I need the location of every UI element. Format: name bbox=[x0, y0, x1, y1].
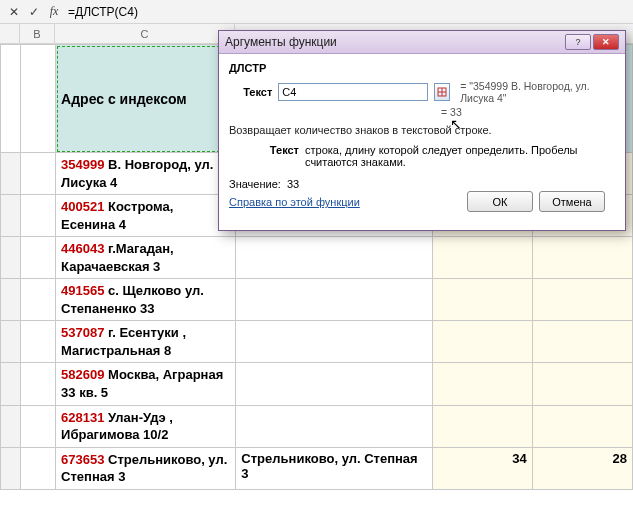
cell[interactable]: 28 bbox=[532, 447, 632, 489]
formula-bar: ✕ ✓ fx bbox=[0, 0, 633, 24]
table-row: 537087 г. Есентуки , Магистральная 8 bbox=[1, 321, 633, 363]
result-preview: = 33 bbox=[229, 106, 615, 118]
accept-icon[interactable]: ✓ bbox=[24, 5, 44, 19]
cancel-icon[interactable]: ✕ bbox=[4, 5, 24, 19]
help-link[interactable]: Справка по этой функции bbox=[229, 196, 360, 208]
header-address-with-index[interactable]: Адрес с индексом bbox=[56, 45, 236, 153]
result-value: Значение: 33 bbox=[229, 178, 615, 190]
table-row: 446043 г.Магадан, Карачаевская 3 bbox=[1, 237, 633, 279]
cell-address[interactable]: 582609 Москва, Аграрная 33 кв. 5 bbox=[56, 363, 236, 405]
close-button[interactable]: ✕ bbox=[593, 34, 619, 50]
help-button[interactable]: ? bbox=[565, 34, 591, 50]
arg-result: = "354999 В. Новгород, ул. Лисука 4" bbox=[460, 80, 615, 104]
col-header-b[interactable]: B bbox=[20, 24, 55, 43]
grid-icon bbox=[437, 87, 447, 97]
range-picker-button[interactable] bbox=[434, 83, 450, 101]
col-header-c[interactable]: C bbox=[55, 24, 235, 43]
param-description: строка, длину которой следует определить… bbox=[305, 144, 615, 168]
function-arguments-dialog: Аргументы функции ? ✕ ДЛСТР Текст = "354… bbox=[218, 30, 626, 231]
cancel-button[interactable]: Отмена bbox=[539, 191, 605, 212]
cell-address[interactable]: 446043 г.Магадан, Карачаевская 3 bbox=[56, 237, 236, 279]
function-name: ДЛСТР bbox=[229, 62, 615, 74]
table-row: 491565 с. Щелково ул. Степаненко 33 bbox=[1, 279, 633, 321]
fx-icon[interactable]: fx bbox=[44, 4, 64, 19]
cell-address[interactable]: 673653 Стрельниково, ул. Степная 3 bbox=[56, 447, 236, 489]
table-row: 582609 Москва, Аграрная 33 кв. 5 bbox=[1, 363, 633, 405]
table-row: 628131 Улан-Удэ , Ибрагимова 10/2 bbox=[1, 405, 633, 447]
dialog-titlebar[interactable]: Аргументы функции ? ✕ bbox=[219, 31, 625, 54]
cell[interactable]: Стрельниково, ул. Степная 3 bbox=[236, 447, 432, 489]
arg-input[interactable] bbox=[278, 83, 428, 101]
cell-address[interactable]: 400521 Кострома, Есенина 4 bbox=[56, 195, 236, 237]
cell-address[interactable]: 354999 В. Новгород, ул. Лисука 4 bbox=[56, 153, 236, 195]
cell[interactable]: 34 bbox=[432, 447, 532, 489]
arg-label: Текст bbox=[229, 86, 272, 98]
ok-button[interactable]: ОК bbox=[467, 191, 533, 212]
cell-address[interactable]: 537087 г. Есентуки , Магистральная 8 bbox=[56, 321, 236, 363]
table-row: 673653 Стрельниково, ул. Степная 3 Стрел… bbox=[1, 447, 633, 489]
cell-address[interactable]: 491565 с. Щелково ул. Степаненко 33 bbox=[56, 279, 236, 321]
function-description: Возвращает количество знаков в текстовой… bbox=[229, 124, 615, 136]
cell-address[interactable]: 628131 Улан-Удэ , Ибрагимова 10/2 bbox=[56, 405, 236, 447]
dialog-title: Аргументы функции bbox=[225, 35, 337, 49]
param-name: Текст bbox=[229, 144, 299, 168]
formula-input[interactable] bbox=[64, 3, 629, 21]
